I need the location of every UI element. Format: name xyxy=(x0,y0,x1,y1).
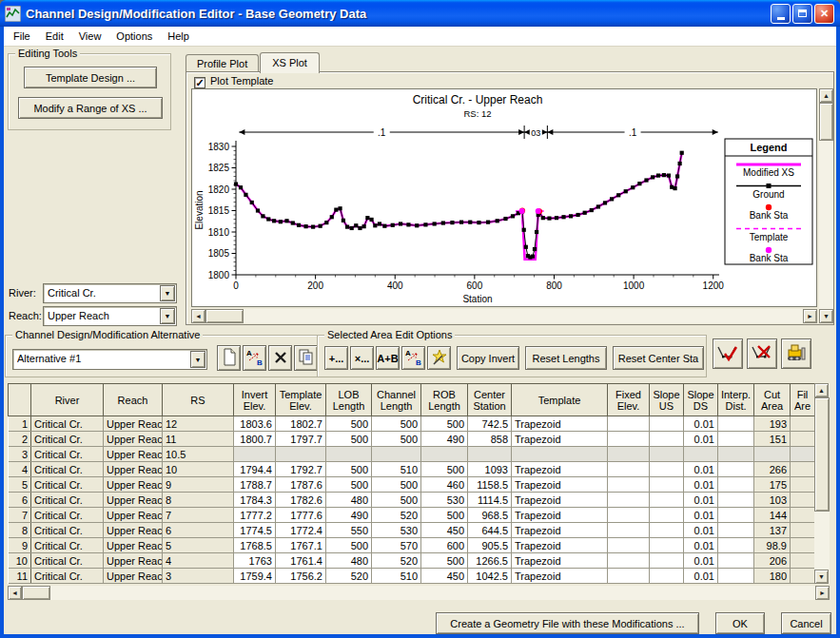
modify-range-xs-button[interactable]: Modify a Range of XS ... xyxy=(18,97,163,119)
table-cell[interactable] xyxy=(650,493,684,508)
table-cell[interactable]: 550 xyxy=(326,523,372,538)
scroll-arrow-icon[interactable]: ▼ xyxy=(819,309,833,323)
table-cell[interactable]: 1759.4 xyxy=(234,569,276,584)
table-cell[interactable]: 500 xyxy=(326,416,372,432)
copy-alternative-button[interactable] xyxy=(294,345,318,371)
river-combo[interactable]: Critical Cr. ▼ xyxy=(43,283,177,303)
scroll-track[interactable] xyxy=(814,397,830,570)
table-cell[interactable]: 1772.4 xyxy=(276,523,326,538)
table-cell[interactable]: 0.01 xyxy=(684,416,718,432)
rename-alternative-button[interactable]: AB xyxy=(243,345,266,371)
table-cell[interactable]: 460 xyxy=(421,477,468,493)
table-cell[interactable]: 1792.7 xyxy=(276,462,326,477)
table-cell[interactable] xyxy=(608,477,650,493)
table-cell[interactable]: 510 xyxy=(372,462,421,477)
reach-combo[interactable]: Upper Reach ▼ xyxy=(43,306,177,326)
table-cell[interactable]: Trapezoid xyxy=(512,508,608,523)
table-cell[interactable]: 1042.5 xyxy=(468,569,512,584)
table-vertical-scrollbar[interactable]: ▲▼ xyxy=(814,383,830,584)
table-cell[interactable]: 500 xyxy=(326,462,372,477)
table-cell[interactable]: 500 xyxy=(421,508,468,523)
table-cell[interactable]: 530 xyxy=(421,493,468,508)
scroll-arrow-icon[interactable]: ► xyxy=(803,309,817,323)
scroll-track[interactable] xyxy=(22,586,815,600)
tab-profile-plot[interactable]: Profile Plot xyxy=(186,54,259,72)
chart-horizontal-scrollbar[interactable]: ◄► xyxy=(191,309,817,323)
scroll-arrow-icon[interactable]: ▲ xyxy=(814,383,829,397)
table-cell[interactable]: 1761.4 xyxy=(276,553,326,569)
table-cell[interactable]: 530 xyxy=(372,523,421,538)
table-cell[interactable]: 500 xyxy=(372,477,421,493)
table-cell[interactable]: 500 xyxy=(372,493,421,508)
table-cell[interactable] xyxy=(718,493,754,508)
table-cell[interactable]: 0.01 xyxy=(684,462,718,477)
table-cell[interactable]: Trapezoid xyxy=(512,569,608,584)
table-cell[interactable] xyxy=(650,462,684,477)
table-cell[interactable]: 500 xyxy=(421,416,468,432)
scroll-arrow-icon[interactable]: ▼ xyxy=(814,570,829,584)
table-cell[interactable]: 1794.4 xyxy=(234,462,276,477)
table-cell[interactable] xyxy=(608,538,650,553)
accept-xs-button[interactable] xyxy=(713,338,743,369)
table-cell[interactable]: 520 xyxy=(372,508,421,523)
table-cell[interactable]: 1777.2 xyxy=(234,508,276,523)
table-cell[interactable] xyxy=(718,523,754,538)
tab-xs-plot[interactable]: XS Plot xyxy=(260,52,320,73)
table-cell[interactable]: 1768.5 xyxy=(234,538,276,553)
table-cell[interactable]: 500 xyxy=(372,416,421,432)
table-cell[interactable] xyxy=(650,508,684,523)
scroll-thumb[interactable] xyxy=(205,309,244,323)
table-cell[interactable]: Trapezoid xyxy=(512,432,608,447)
scroll-arrow-icon[interactable]: ◄ xyxy=(191,309,205,323)
table-cell[interactable] xyxy=(608,416,650,432)
scroll-thumb[interactable] xyxy=(814,397,830,512)
plot-template-checkbox[interactable]: ✓ xyxy=(194,77,205,88)
reset-lengths-button[interactable]: Reset Lengths xyxy=(525,346,607,370)
table-cell[interactable]: 500 xyxy=(421,462,468,477)
table-cell[interactable]: 1774.5 xyxy=(234,523,276,538)
table-cell[interactable]: 480 xyxy=(326,493,372,508)
table-cell[interactable]: 500 xyxy=(326,432,372,447)
table-cell[interactable]: 0.01 xyxy=(684,553,718,569)
scroll-arrow-icon[interactable]: ◄ xyxy=(8,586,22,600)
table-cell[interactable] xyxy=(718,432,754,447)
close-button[interactable]: ✕ xyxy=(814,4,834,24)
maximize-button[interactable] xyxy=(792,4,812,24)
table-cell[interactable]: 0.01 xyxy=(684,477,718,493)
table-cell[interactable] xyxy=(718,508,754,523)
reach-combo-dropdown-icon[interactable]: ▼ xyxy=(160,308,175,324)
table-cell[interactable]: 0.01 xyxy=(684,538,718,553)
table-cell[interactable]: 1093 xyxy=(468,462,512,477)
table-cell[interactable]: 0.01 xyxy=(684,523,718,538)
new-alternative-button[interactable] xyxy=(217,345,241,371)
table-cell[interactable]: 600 xyxy=(421,538,468,553)
create-geometry-file-button[interactable]: Create a Geometry File with these Modifi… xyxy=(436,612,699,634)
multiply-factor-button[interactable]: ×... xyxy=(350,346,374,370)
table-cell[interactable]: 0.01 xyxy=(684,493,718,508)
menu-view[interactable]: View xyxy=(71,29,109,44)
table-cell[interactable]: 1787.6 xyxy=(276,477,326,493)
menu-edit[interactable]: Edit xyxy=(38,29,71,44)
table-cell[interactable] xyxy=(608,432,650,447)
table-cell[interactable]: 500 xyxy=(326,538,372,553)
table-horizontal-scrollbar[interactable]: ◄► xyxy=(8,586,830,600)
copy-invert-button[interactable]: Copy Invert xyxy=(457,346,519,370)
template-design-button[interactable]: Template Design ... xyxy=(24,67,157,88)
table-cell[interactable]: Trapezoid xyxy=(512,553,608,569)
scroll-arrow-icon[interactable]: ▲ xyxy=(819,88,833,103)
reset-center-sta-button[interactable]: Reset Center Sta xyxy=(613,346,704,370)
table-cell[interactable] xyxy=(718,477,754,493)
rename-ab-button[interactable]: AB xyxy=(401,346,425,370)
table-cell[interactable]: Trapezoid xyxy=(512,416,608,432)
table-cell[interactable]: 1114.5 xyxy=(468,493,512,508)
table-cell[interactable]: 490 xyxy=(421,432,468,447)
title-bar[interactable]: Channel Design/Modification Editor - Bas… xyxy=(0,0,840,27)
table-cell[interactable]: 1756.2 xyxy=(276,569,326,584)
table-cell[interactable]: Trapezoid xyxy=(512,493,608,508)
table-cell[interactable]: 1800.7 xyxy=(234,432,276,447)
table-cell[interactable] xyxy=(608,523,650,538)
table-cell[interactable]: 1784.3 xyxy=(234,493,276,508)
alternative-combo[interactable]: Alternative #1 ▼ xyxy=(12,349,207,370)
table-cell[interactable] xyxy=(718,569,754,584)
table-cell[interactable]: 520 xyxy=(372,553,421,569)
